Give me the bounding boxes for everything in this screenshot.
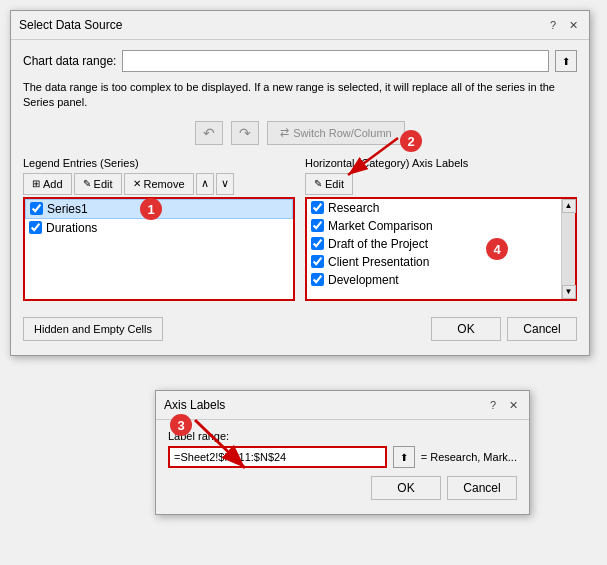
axis-close-button[interactable]: ✕ (505, 397, 521, 413)
legend-label: Legend Entries (Series) (23, 157, 295, 169)
research-label: Research (328, 201, 379, 215)
dialog-title: Select Data Source (19, 18, 122, 32)
horizontal-axis-panel: Horizontal (Category) Axis Labels ✎ Edit… (305, 157, 577, 301)
market-comparison-checkbox[interactable] (311, 219, 324, 232)
axis-toolbar: ✎ Edit (305, 173, 577, 195)
badge-2: 2 (400, 130, 422, 152)
select-data-source-dialog: Select Data Source ? ✕ Chart data range:… (10, 10, 590, 356)
series1-label: Series1 (47, 202, 88, 216)
switch-row-column-button[interactable]: ⇄ Switch Row/Column (267, 121, 404, 145)
dialog-titlebar: Select Data Source ? ✕ (11, 11, 589, 40)
development-checkbox[interactable] (311, 273, 324, 286)
badge-4: 4 (486, 238, 508, 260)
ok-button[interactable]: OK (431, 317, 501, 341)
axis-range-picker-button[interactable]: ⬆ (393, 446, 415, 468)
badge-1: 1 (140, 198, 162, 220)
add-icon: ⊞ (32, 178, 40, 189)
series1-checkbox[interactable] (30, 202, 43, 215)
edit-axis-icon: ✎ (314, 178, 322, 189)
axis-cancel-button[interactable]: Cancel (447, 476, 517, 500)
help-button[interactable]: ? (545, 17, 561, 33)
axis-dialog-title: Axis Labels (164, 398, 225, 412)
list-item[interactable]: Market Comparison (307, 217, 561, 235)
dialog-footer: Hidden and Empty Cells OK Cancel (23, 311, 577, 345)
list-item[interactable]: Research (307, 199, 561, 217)
scrollbar[interactable]: ▲ ▼ (561, 199, 575, 299)
chart-range-row: Chart data range: ⬆ (23, 50, 577, 72)
horizontal-label: Horizontal (Category) Axis Labels (305, 157, 577, 169)
axis-help-button[interactable]: ? (485, 397, 501, 413)
axis-result-text: = Research, Mark... (421, 451, 517, 463)
axis-content: Label range: ⬆ = Research, Mark... OK Ca… (156, 420, 529, 514)
switch-icon: ⇄ (280, 126, 289, 139)
axis-footer: OK Cancel (168, 476, 517, 504)
durations-label: Durations (46, 221, 97, 235)
list-item[interactable]: Development (307, 271, 561, 289)
warning-text: The data range is too complex to be disp… (23, 80, 577, 111)
axis-range-input[interactable] (168, 446, 387, 468)
list-item[interactable]: Client Presentation (307, 253, 561, 271)
draft-checkbox[interactable] (311, 237, 324, 250)
edit-icon: ✎ (83, 178, 91, 189)
client-presentation-checkbox[interactable] (311, 255, 324, 268)
axis-dialog-titlebar: Axis Labels ? ✕ (156, 391, 529, 420)
edit-axis-button[interactable]: ✎ Edit (305, 173, 353, 195)
legend-entries-panel: Legend Entries (Series) ⊞ Add ✎ Edit ✕ R… (23, 157, 295, 301)
badge-3: 3 (170, 414, 192, 436)
add-series-button[interactable]: ⊞ Add (23, 173, 72, 195)
axis-list: Research Market Comparison Draft of the … (307, 199, 561, 299)
move-down-button[interactable]: ∨ (216, 173, 234, 195)
axis-input-row: ⬆ = Research, Mark... (168, 446, 517, 468)
axis-titlebar-controls: ? ✕ (485, 397, 521, 413)
development-label: Development (328, 273, 399, 287)
axis-list-container: Research Market Comparison Draft of the … (305, 197, 577, 301)
durations-checkbox[interactable] (29, 221, 42, 234)
chart-range-label: Chart data range: (23, 54, 116, 68)
scroll-down[interactable]: ▼ (562, 285, 576, 299)
arrow-right-button[interactable]: ↷ (231, 121, 259, 145)
legend-toolbar: ⊞ Add ✎ Edit ✕ Remove ∧ ∨ (23, 173, 295, 195)
arrow-left-button[interactable]: ↶ (195, 121, 223, 145)
market-comparison-label: Market Comparison (328, 219, 433, 233)
dialog-content: Chart data range: ⬆ The data range is to… (11, 40, 589, 355)
range-picker-button[interactable]: ⬆ (555, 50, 577, 72)
remove-icon: ✕ (133, 178, 141, 189)
close-button[interactable]: ✕ (565, 17, 581, 33)
remove-series-button[interactable]: ✕ Remove (124, 173, 194, 195)
axis-labels-dialog: Axis Labels ? ✕ Label range: ⬆ = Researc… (155, 390, 530, 515)
titlebar-controls: ? ✕ (545, 17, 581, 33)
list-item[interactable]: Durations (25, 219, 293, 237)
hidden-and-empty-cells-button[interactable]: Hidden and Empty Cells (23, 317, 163, 341)
list-item[interactable]: Draft of the Project (307, 235, 561, 253)
chart-range-input[interactable] (122, 50, 549, 72)
footer-buttons: OK Cancel (431, 317, 577, 341)
switch-row: ↶ ↷ ⇄ Switch Row/Column (23, 121, 577, 145)
axis-ok-button[interactable]: OK (371, 476, 441, 500)
cancel-button[interactable]: Cancel (507, 317, 577, 341)
move-up-button[interactable]: ∧ (196, 173, 214, 195)
draft-label: Draft of the Project (328, 237, 428, 251)
client-presentation-label: Client Presentation (328, 255, 429, 269)
scroll-up[interactable]: ▲ (562, 199, 576, 213)
two-panel: Legend Entries (Series) ⊞ Add ✎ Edit ✕ R… (23, 157, 577, 301)
edit-series-button[interactable]: ✎ Edit (74, 173, 122, 195)
research-checkbox[interactable] (311, 201, 324, 214)
axis-label-range-label: Label range: (168, 430, 517, 442)
